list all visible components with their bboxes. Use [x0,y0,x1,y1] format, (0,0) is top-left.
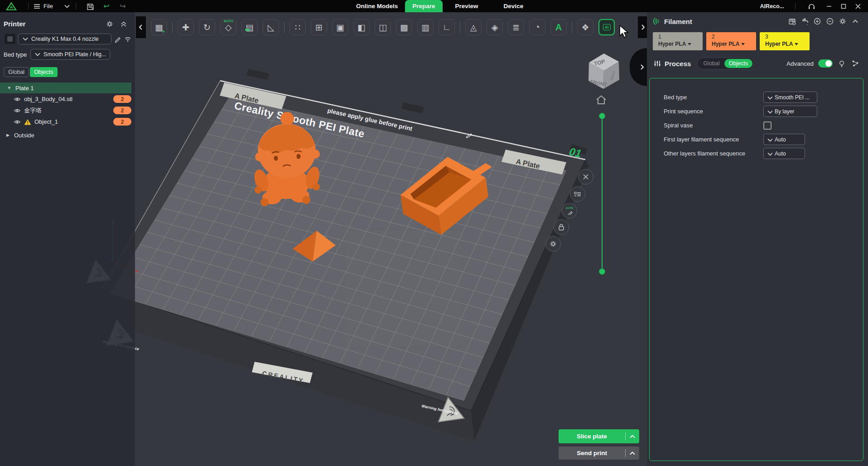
caret-down-icon[interactable]: ▼ [7,86,12,90]
bed-type-select[interactable]: Smooth PEI Plate / Hig... [30,49,110,60]
filament-collapse-icon[interactable] [851,17,860,26]
filament-count-badge[interactable]: 2 [113,95,131,103]
height-range-button[interactable]: ≣ [508,19,524,35]
tree-row-outside[interactable]: ▶ Outside [0,130,135,140]
remove-filament-icon[interactable] [825,17,834,26]
filament-slot-2[interactable]: 2 Hyper PLA [706,32,756,50]
maximize-button[interactable] [837,0,850,12]
home-view-button[interactable] [595,94,608,106]
boolean-button[interactable]: ◫ [375,19,391,35]
setting-row-spiral-vase: Spiral vase [650,118,863,132]
rotate-button[interactable]: ↻ [199,19,215,35]
plate-settings-button[interactable] [545,236,561,252]
arrange-all-plates-button[interactable]: ∷ [289,19,306,35]
pattern-fill-button[interactable]: ▥ [417,19,434,35]
chevron-down-icon [741,43,745,45]
advanced-toggle[interactable] [818,59,833,68]
other-layers-sequence-select[interactable]: Auto [763,148,805,159]
filament-count-badge[interactable]: 2 [113,118,131,126]
send-options-chevron[interactable] [626,450,639,456]
print-sequence-select[interactable]: By layer [763,106,817,117]
hint-bulb-icon[interactable] [837,59,846,68]
plate-list-button[interactable] [570,186,585,202]
minimize-button[interactable] [823,0,835,12]
add-filament-icon[interactable] [813,17,822,26]
support-paint-button[interactable]: ◬ [465,19,482,35]
chevron-down-icon [767,95,772,100]
edit-printer-pencil-icon[interactable] [114,35,121,43]
ai-detect-button[interactable]: AI [598,19,615,35]
flush-filament-icon[interactable] [800,17,809,26]
filament-settings-gear-icon[interactable] [838,17,847,26]
layer-slider-track[interactable] [602,116,603,272]
auto-orient-button[interactable]: AUTO◇ [220,19,236,35]
plate-auto-name-button[interactable]: AUTO [562,203,577,218]
tab-preview[interactable]: Preview [448,0,486,12]
undo-button[interactable]: ↩ [102,2,111,10]
close-button[interactable] [852,0,864,12]
slice-plate-button[interactable]: Slice plate [559,429,639,443]
measure-button[interactable]: ∟ [439,19,455,35]
plate-lock-button[interactable] [554,219,569,235]
seam-paint-button[interactable]: ◈ [487,19,503,35]
process-scope-objects[interactable]: Objects [724,59,752,68]
layer-slider-handle-top[interactable] [599,113,605,119]
redo-button[interactable]: ↪ [119,2,127,10]
bed-type-setting-select[interactable]: Smooth PEI ... [763,92,817,103]
toolbar-collapse-left[interactable] [136,16,146,38]
tree-row-plate-1[interactable]: ▼ Plate 1 [0,83,131,93]
ai-recognition-label[interactable]: AIReco... [760,3,785,10]
layer-slider-handle-bottom[interactable] [599,268,605,275]
text-tool-button[interactable]: A [550,19,567,35]
file-menu[interactable]: File [33,3,53,10]
scope-tab-objects[interactable]: Objects [30,67,57,77]
save-button[interactable] [86,2,94,10]
speed-paint-button[interactable]: ◔ [529,19,545,35]
slice-options-chevron[interactable] [626,433,639,440]
arrange-button[interactable]: ▤ [241,19,258,35]
material-station-icon[interactable] [787,17,796,26]
boolean-icon: ◫ [379,22,387,33]
visibility-eye-icon[interactable] [14,108,21,113]
first-layer-sequence-select[interactable]: Auto [763,134,805,145]
scope-tab-global[interactable]: Global [4,67,29,77]
arrange-all-plates-icon: ∷ [295,22,300,33]
toolbar-collapse-right[interactable] [638,16,648,38]
visibility-eye-icon[interactable] [14,119,21,125]
merge-model-button[interactable]: ◧ [353,19,370,35]
tree-row-object[interactable]: 金字塔 2 [0,105,135,116]
plugin-button[interactable]: ❖ [577,19,593,35]
tab-device[interactable]: Device [497,0,531,12]
spiral-vase-checkbox[interactable] [763,121,772,130]
visibility-eye-icon[interactable] [14,97,21,102]
file-menu-chevron[interactable] [63,2,71,10]
split-model-button[interactable]: ▣ [332,19,348,35]
caret-right-icon[interactable]: ▶ [6,133,11,137]
tree-row-object[interactable]: Object_1 2 [0,116,135,127]
filament-slot-1[interactable]: 1 Hyper PLA [653,32,703,50]
printer-wifi-icon[interactable] [124,35,131,43]
printer-settings-gear-icon[interactable] [106,20,113,28]
view-cube[interactable]: TOP FRONT RIGHT [584,49,622,92]
plate-close-button[interactable] [578,169,593,184]
panel-collapse-icon[interactable] [121,21,127,27]
tab-online-models[interactable]: Online Models [349,0,405,12]
tree-row-object[interactable]: obj_3_Body_04.stl 2 [0,93,135,105]
add-plate-button[interactable]: ▦+ [151,19,167,35]
support-headset-icon[interactable] [807,2,815,10]
process-scope-global[interactable]: Global [699,60,724,67]
warning-icon [24,119,31,125]
printer-select[interactable]: Creality K1 Max 0.4 nozzle [18,34,111,44]
filament-count-badge[interactable]: 2 [113,107,131,114]
lay-on-face-button[interactable]: ◺ [263,19,279,35]
filament-slot-3[interactable]: 3 Hyper PLA [760,32,810,50]
arrange-options-button[interactable]: ⊞ [311,19,327,35]
move-button[interactable]: ✚ [178,19,194,35]
process-scope-toggle[interactable]: Global Objects [697,58,754,69]
send-print-button[interactable]: Send print [559,447,639,460]
plugin-icon: ❖ [581,22,589,33]
clone-button[interactable]: ▩ [396,19,412,35]
parameter-workflow-icon[interactable] [851,59,860,68]
bed-type-label: Bed type [4,51,27,58]
tab-prepare[interactable]: Prepare [405,0,442,12]
